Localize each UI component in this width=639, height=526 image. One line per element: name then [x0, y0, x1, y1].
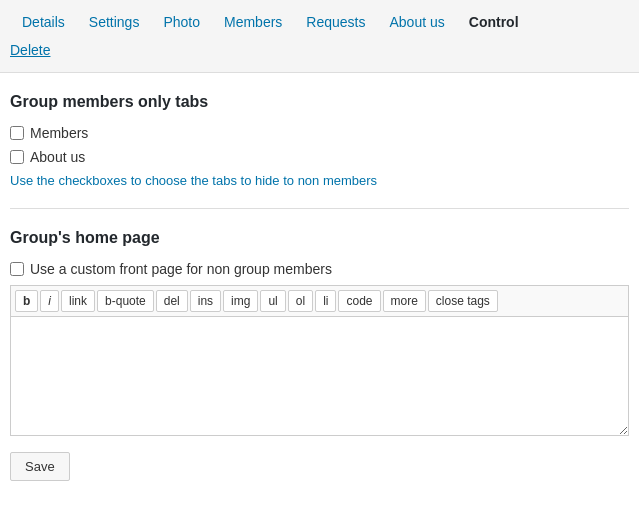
- toolbar-btn-del[interactable]: del: [156, 290, 188, 312]
- tab-settings[interactable]: Settings: [77, 8, 152, 36]
- toolbar-btn-b[interactable]: b: [15, 290, 38, 312]
- editor-toolbar: bilinkb-quotedelinsimgulollicodemoreclos…: [10, 285, 629, 316]
- tab-members[interactable]: Members: [212, 8, 294, 36]
- tab-details[interactable]: Details: [10, 8, 77, 36]
- toolbar-btn-ul[interactable]: ul: [260, 290, 285, 312]
- save-button[interactable]: Save: [10, 452, 70, 481]
- tab-photo[interactable]: Photo: [151, 8, 212, 36]
- toolbar-btn-li[interactable]: li: [315, 290, 336, 312]
- custom-front-checkbox-row: Use a custom front page for non group me…: [10, 261, 629, 277]
- toolbar-btn-img[interactable]: img: [223, 290, 258, 312]
- main-content: Group members only tabs Members About us…: [0, 73, 639, 501]
- tab-control[interactable]: Control: [457, 8, 531, 36]
- members-checkbox[interactable]: [10, 126, 24, 140]
- home-page-title: Group's home page: [10, 229, 629, 247]
- about-us-checkbox[interactable]: [10, 150, 24, 164]
- section-divider: [10, 208, 629, 209]
- tab-navigation: DetailsSettingsPhotoMembersRequestsAbout…: [0, 0, 639, 73]
- about-us-checkbox-label: About us: [30, 149, 85, 165]
- toolbar-btn-code[interactable]: code: [338, 290, 380, 312]
- group-members-section: Group members only tabs Members About us…: [10, 93, 629, 188]
- helper-text: Use the checkboxes to choose the tabs to…: [10, 173, 629, 188]
- editor-textarea[interactable]: [10, 316, 629, 436]
- about-us-checkbox-row: About us: [10, 149, 629, 165]
- members-checkbox-row: Members: [10, 125, 629, 141]
- custom-front-checkbox[interactable]: [10, 262, 24, 276]
- group-members-title: Group members only tabs: [10, 93, 629, 111]
- custom-front-label: Use a custom front page for non group me…: [30, 261, 332, 277]
- members-checkbox-label: Members: [30, 125, 88, 141]
- home-page-section: Group's home page Use a custom front pag…: [10, 229, 629, 481]
- toolbar-btn-close-tags[interactable]: close tags: [428, 290, 498, 312]
- toolbar-btn-more[interactable]: more: [383, 290, 426, 312]
- toolbar-btn-link[interactable]: link: [61, 290, 95, 312]
- tab-delete[interactable]: Delete: [10, 36, 62, 66]
- toolbar-btn-i[interactable]: i: [40, 290, 59, 312]
- tab-requests[interactable]: Requests: [294, 8, 377, 36]
- toolbar-btn-b-quote[interactable]: b-quote: [97, 290, 154, 312]
- toolbar-btn-ins[interactable]: ins: [190, 290, 221, 312]
- tab-about-us[interactable]: About us: [378, 8, 457, 36]
- toolbar-btn-ol[interactable]: ol: [288, 290, 313, 312]
